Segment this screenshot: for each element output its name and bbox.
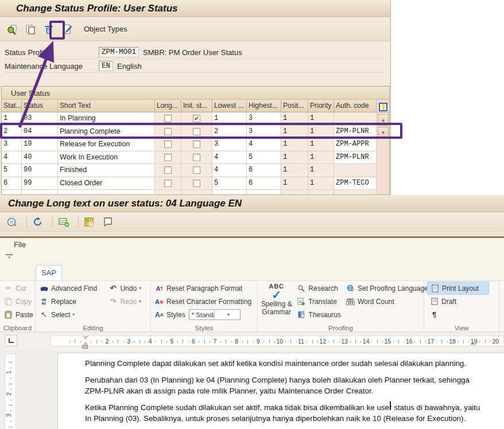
col-header-highest[interactable]: Highest...	[247, 100, 281, 112]
object-types-button[interactable]: Object Types	[84, 25, 127, 33]
cell-stat[interactable]: 4	[2, 151, 22, 165]
cell-posit[interactable]: 1	[281, 138, 308, 151]
word-count-button[interactable]: ABC123 Word Count	[343, 295, 424, 308]
paste-button[interactable]: Paste	[1, 308, 35, 321]
cell-posit[interactable]: 1	[281, 177, 308, 190]
undo-button[interactable]: ↶ Undo▾	[106, 282, 150, 295]
long-checkbox[interactable]	[164, 154, 172, 161]
cell-highest[interactable]: 6	[247, 164, 281, 177]
cell-init[interactable]	[181, 164, 212, 177]
cell-posit[interactable]	[281, 190, 308, 195]
cell-long[interactable]	[155, 177, 181, 190]
cell-lowest[interactable]: 4	[212, 151, 247, 165]
cell-highest[interactable]: 4	[247, 138, 281, 151]
insert-line-icon[interactable]	[56, 214, 71, 229]
cell-lowest[interactable]: 4	[212, 164, 247, 177]
cell-long[interactable]	[155, 138, 181, 151]
cell-priority[interactable]	[308, 190, 334, 195]
cell-long[interactable]	[155, 164, 181, 177]
col-header-long[interactable]: Long...	[155, 100, 181, 112]
translate-button[interactable]: a Translate	[294, 295, 343, 308]
scrollbar-track[interactable]	[377, 164, 389, 177]
init-checkbox[interactable]	[193, 154, 200, 161]
spell-check-icon[interactable]: ?	[82, 214, 97, 229]
maintenance-language-field[interactable]: EN	[99, 61, 113, 71]
cell-auth[interactable]	[334, 164, 377, 177]
print-layout-button[interactable]: Print Layout	[427, 282, 489, 295]
init-checkbox[interactable]	[193, 166, 200, 174]
cell-init[interactable]	[181, 177, 212, 190]
col-header-priority[interactable]: Priority	[308, 100, 334, 112]
replace-button[interactable]: abac Replace	[37, 295, 106, 308]
paragraph[interactable]: Planning Complete dapat dilakukan set ak…	[85, 358, 496, 369]
cell-status[interactable]: 90	[22, 164, 58, 177]
draft-button[interactable]: Draft	[427, 295, 499, 308]
cell-auth[interactable]	[334, 190, 377, 195]
style-dropdown-arrow-icon[interactable]: ▾	[214, 310, 240, 319]
cell-status[interactable]: 40	[22, 151, 58, 165]
col-header-authcode[interactable]: Auth. code	[334, 100, 377, 112]
formatting-marks-button[interactable]: ¶	[427, 308, 499, 321]
cell-short_text[interactable]: Finished	[58, 164, 155, 177]
cell-stat[interactable]: 3	[2, 138, 22, 151]
scrollbar-track[interactable]	[377, 177, 389, 190]
status-profile-field[interactable]: ZPM-MO01	[99, 47, 139, 57]
cell-status[interactable]: 99	[22, 177, 58, 190]
cell-lowest[interactable]	[212, 190, 247, 195]
cell-long[interactable]	[155, 151, 181, 165]
cell-status[interactable]	[22, 190, 58, 195]
reset-character-formatting-button[interactable]: A◆ Reset Character Formatting	[152, 295, 257, 308]
document-page[interactable]: Planning Complete dapat dilakukan set ak…	[57, 353, 504, 429]
cell-short_text[interactable]: Release for Execution	[58, 138, 155, 151]
cell-auth[interactable]: ZPM-TECO	[334, 177, 377, 190]
copy-button[interactable]: Copy	[1, 295, 35, 308]
long-checkbox[interactable]	[164, 180, 172, 187]
paragraph[interactable]: Perubahan dari 03 (In Planning) ke 04 (P…	[85, 375, 496, 396]
cell-short_text[interactable]: Closed Order	[58, 177, 155, 190]
refresh-icon[interactable]	[30, 214, 45, 229]
cell-auth[interactable]: ZPM-APPR	[334, 138, 377, 151]
spelling-grammar-button[interactable]: ABC ✓ Spelling & Grammar	[259, 282, 294, 323]
note-icon[interactable]	[100, 214, 115, 229]
init-checkbox[interactable]: ✔	[193, 115, 200, 122]
tab-selector-button[interactable]	[5, 335, 17, 346]
cell-status[interactable]: 10	[22, 138, 58, 151]
cell-lowest[interactable]: 5	[212, 177, 247, 190]
scrollbar-track[interactable]	[377, 151, 389, 165]
styles-button[interactable]: AA Styles * Standard p... ▾	[152, 308, 257, 321]
init-checkbox[interactable]	[193, 180, 200, 187]
user-status-row[interactable]	[2, 190, 389, 195]
cell-posit[interactable]: 1	[281, 151, 308, 165]
tab-sap[interactable]: SAP	[36, 265, 62, 280]
cell-stat[interactable]: 5	[2, 164, 22, 177]
cell-highest[interactable]	[247, 190, 281, 195]
user-status-row[interactable]: 440Work In Execution4511ZPM-PLNR	[2, 151, 389, 165]
quick-access-customize-icon[interactable]: ▾	[6, 254, 13, 259]
thesaurus-button[interactable]: Thesaurus	[294, 308, 343, 321]
user-status-row[interactable]: 699Closed Order5611ZPM-TECO	[2, 177, 389, 190]
cell-init[interactable]	[181, 138, 212, 151]
cell-posit[interactable]: 1	[281, 164, 308, 177]
cell-short_text[interactable]	[58, 190, 155, 195]
hanging-indent-marker[interactable]	[83, 341, 88, 345]
init-checkbox[interactable]	[193, 141, 200, 148]
long-checkbox[interactable]	[164, 141, 172, 148]
col-header-shorttext[interactable]: Short Text	[58, 100, 155, 112]
left-indent-marker[interactable]	[82, 345, 88, 349]
cell-highest[interactable]: 6	[247, 177, 281, 190]
research-button[interactable]: Research	[294, 282, 343, 295]
paragraph[interactable]: Ketika Planning Complete sudah dilakukan…	[85, 402, 496, 424]
cell-priority[interactable]: 1	[308, 177, 334, 190]
cell-stat[interactable]: 6	[2, 177, 22, 190]
cell-highest[interactable]: 5	[247, 151, 281, 165]
user-status-row[interactable]: 590Finished4611	[2, 164, 389, 177]
cell-auth[interactable]: ZPM-PLNR	[334, 151, 377, 165]
horizontal-ruler[interactable]: 234567891011121314151617181920	[51, 336, 504, 346]
cell-short_text[interactable]: Work In Execution	[58, 151, 155, 165]
style-dropdown[interactable]: * Standard p... ▾	[189, 309, 241, 320]
long-checkbox[interactable]	[164, 166, 172, 174]
cell-init[interactable]	[181, 190, 212, 195]
vertical-ruler[interactable]: 123	[5, 354, 16, 429]
set-proofing-language-button[interactable]: ✓ Set Proofing Language	[343, 282, 424, 295]
cell-priority[interactable]: 1	[308, 164, 334, 177]
